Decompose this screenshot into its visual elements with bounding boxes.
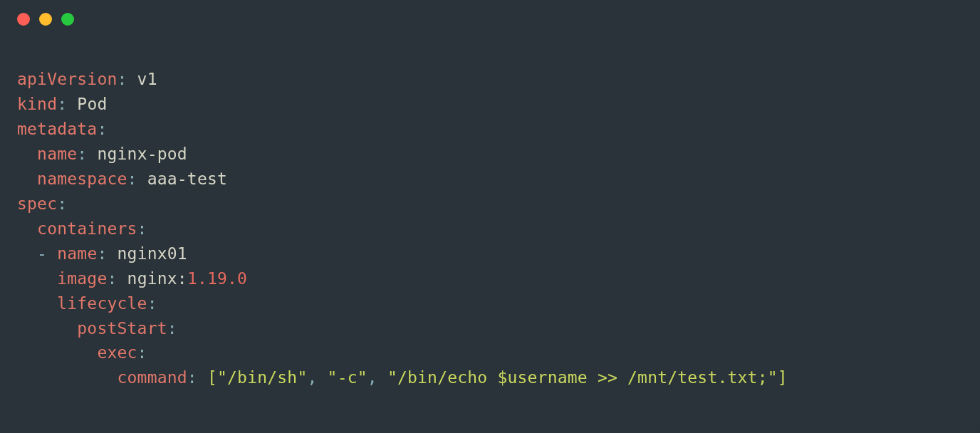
colon: : xyxy=(137,219,147,238)
titlebar xyxy=(0,0,980,38)
colon: : xyxy=(147,294,157,313)
yaml-key: exec xyxy=(97,343,137,362)
yaml-key: image xyxy=(57,269,107,288)
colon: : xyxy=(167,319,177,338)
colon: : xyxy=(57,194,67,213)
yaml-key: lifecycle xyxy=(57,294,147,313)
yaml-value: Pod xyxy=(77,95,107,113)
colon: : xyxy=(127,169,137,188)
yaml-string: "/bin/sh" xyxy=(217,368,307,387)
yaml-key: namespace xyxy=(37,169,127,188)
minimize-icon[interactable] xyxy=(39,13,52,26)
yaml-key: metadata xyxy=(17,120,97,138)
yaml-key: spec xyxy=(17,194,57,213)
yaml-key: postStart xyxy=(77,319,167,338)
colon: : xyxy=(57,95,67,113)
yaml-number: 1.19.0 xyxy=(187,269,247,288)
yaml-value: v1 xyxy=(137,70,157,88)
yaml-key: kind xyxy=(17,95,57,113)
bracket: ] xyxy=(778,368,788,387)
colon: : xyxy=(97,244,107,263)
yaml-value: nginx: xyxy=(127,269,187,288)
colon: : xyxy=(77,145,87,163)
comma: , xyxy=(368,368,377,387)
colon: : xyxy=(97,120,107,138)
yaml-value: nginx-pod xyxy=(97,145,187,163)
yaml-key: containers xyxy=(37,219,137,238)
bracket: [ xyxy=(207,368,217,387)
yaml-key: command xyxy=(117,368,187,387)
colon: : xyxy=(117,70,127,88)
yaml-value: nginx01 xyxy=(118,244,187,263)
terminal-window: apiVersion: v1 kind: Pod metadata: name:… xyxy=(0,0,980,433)
yaml-string: "/bin/echo $username >> /mnt/test.txt;" xyxy=(387,368,778,387)
maximize-icon[interactable] xyxy=(61,13,74,26)
yaml-key: apiVersion xyxy=(17,70,117,88)
yaml-key: name xyxy=(57,244,97,263)
colon: : xyxy=(107,269,117,288)
colon: : xyxy=(187,368,197,387)
close-icon[interactable] xyxy=(17,13,30,26)
yaml-dash: - xyxy=(37,244,47,263)
yaml-value: aaa-test xyxy=(147,169,227,188)
yaml-key: name xyxy=(37,145,77,163)
colon: : xyxy=(137,343,147,362)
comma: , xyxy=(307,368,317,387)
code-content: apiVersion: v1 kind: Pod metadata: name:… xyxy=(0,38,980,407)
yaml-string: "-c" xyxy=(328,368,368,387)
